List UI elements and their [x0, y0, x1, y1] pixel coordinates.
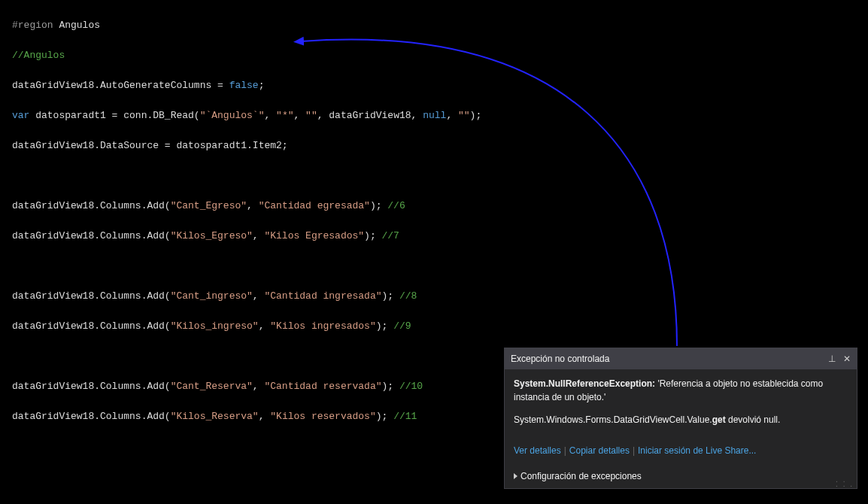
code-line: dataGridView18.Columns.Add("Cant_ingreso… — [12, 289, 856, 304]
exception-body: System.NullReferenceException: 'Referenc… — [505, 369, 857, 443]
exception-title: Excepción no controlada — [511, 351, 609, 366]
exception-header[interactable]: Excepción no controlada ⊥ ✕ — [505, 348, 857, 369]
view-details-link[interactable]: Ver detalles — [514, 445, 561, 456]
live-share-link[interactable]: Iniciar sesión de Live Share... — [638, 445, 756, 456]
code-line: dataGridView18.Columns.Add("Cant_Egreso"… — [12, 199, 856, 214]
code-line: var datosparadt1 = conn.DB_Read("`Angulo… — [12, 108, 856, 123]
code-line: #region Angulos — [12, 18, 856, 33]
code-line: dataGridView18.Columns.Add("Kilos_Egreso… — [12, 229, 856, 244]
code-line: //Angulos — [12, 48, 856, 63]
pin-icon[interactable]: ⊥ — [828, 351, 836, 366]
code-line: dataGridView18.AutoGenerateColumns = fal… — [12, 78, 856, 93]
exception-settings[interactable]: Configuración de excepciones — [505, 464, 857, 488]
copy-details-link[interactable]: Copiar detalles — [569, 445, 630, 456]
code-line — [12, 169, 856, 184]
exception-type: System.NullReferenceException: — [514, 378, 657, 389]
code-line — [12, 499, 856, 504]
close-icon[interactable]: ✕ — [843, 351, 851, 366]
code-line — [12, 259, 856, 274]
resize-grip-icon[interactable]: . .. . . — [836, 478, 854, 487]
exception-links: Ver detalles|Copiar detalles|Iniciar ses… — [505, 443, 857, 464]
code-line: dataGridView18.Columns.Add("Kilos_ingres… — [12, 319, 856, 334]
exception-popup[interactable]: Excepción no controlada ⊥ ✕ System.NullR… — [504, 348, 857, 489]
chevron-right-icon — [514, 473, 517, 479]
region-directive: #region — [12, 20, 53, 31]
code-line: dataGridView18.DataSource = datosparadt1… — [12, 138, 856, 153]
